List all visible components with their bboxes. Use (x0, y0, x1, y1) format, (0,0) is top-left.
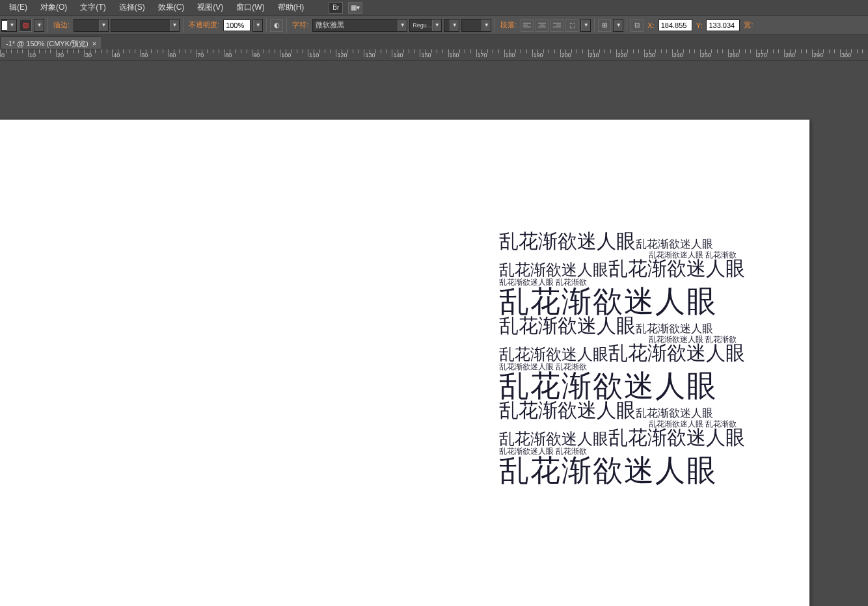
x-input[interactable]: 184.855 (658, 20, 692, 31)
menu-effect[interactable]: 效果(C) (152, 2, 191, 13)
art-text[interactable]: 乱花渐欲迷人眼 (636, 323, 713, 334)
globe-icon[interactable]: ◐ (270, 19, 283, 32)
fill-swatch[interactable]: ▼ (1, 19, 17, 32)
y-label: Y: (694, 21, 705, 29)
opacity-input[interactable]: 100% (223, 20, 251, 31)
art-text[interactable]: 乱花渐欲迷人眼 (499, 316, 636, 336)
art-text[interactable]: 乱花渐欲迷人眼 (499, 286, 718, 316)
stroke-width[interactable]: ▼ (74, 19, 109, 32)
art-text[interactable]: 乱花渐欲迷人眼 (636, 239, 713, 250)
font-size[interactable]: ▼ (444, 19, 459, 32)
art-text[interactable]: 乱花渐欲迷人眼 (499, 371, 718, 401)
x-label: X: (645, 21, 656, 29)
art-text[interactable]: 乱花渐欲迷人眼 (499, 231, 636, 251)
fill-drop[interactable]: ▼ (34, 19, 44, 32)
font-family[interactable]: 微软雅黑▼ (312, 19, 407, 32)
stroke-label: 描边: (51, 20, 72, 30)
char-label: 字符: (290, 20, 310, 30)
art-text[interactable]: 乱花渐欲迷人眼 (608, 259, 745, 278)
menu-help[interactable]: 帮助(H) (271, 2, 311, 13)
stroke-type[interactable]: ▼ (111, 19, 180, 32)
menu-object[interactable]: 对象(O) (34, 2, 74, 13)
bridge-icon[interactable]: Br (329, 2, 343, 14)
layout-icon[interactable]: ▦▾ (348, 2, 362, 14)
menu-text[interactable]: 文字(T) (74, 2, 112, 13)
w-label: 宽: (742, 20, 755, 30)
close-icon[interactable]: × (92, 40, 96, 47)
anchor-icon[interactable]: ⊡ (631, 19, 644, 32)
art-text[interactable]: 乱花渐欲迷人眼 (608, 343, 745, 363)
art-text[interactable]: 乱花渐欲迷人眼 (499, 262, 608, 278)
no-fill-icon[interactable]: ▧ (19, 19, 32, 32)
menu-view[interactable]: 视图(V) (191, 2, 230, 13)
transform-drop[interactable]: ▼ (613, 19, 623, 32)
align-left-icon[interactable] (521, 19, 534, 32)
para-label: 段落: (498, 20, 519, 30)
ruler-horizontal[interactable]: 0102030405060708090100110120130140150160… (0, 49, 868, 61)
artboard[interactable]: 乱花渐欲迷人眼乱花渐欲迷人眼 乱花渐欲迷人眼 乱花渐欲 乱花渐欲迷人眼乱花渐欲迷… (0, 120, 809, 606)
tab-title: -1* @ 150% (CMYK/预览) (6, 39, 88, 49)
art-text[interactable]: 乱花渐欲迷人眼 (499, 431, 608, 447)
control-bar: ▼ ▧ ▼ 描边: ▼ ▼ 不透明度: 100% ▼ ◐ 字符: 微软雅黑▼ R… (0, 16, 868, 35)
text-art-group[interactable]: 乱花渐欲迷人眼乱花渐欲迷人眼 乱花渐欲迷人眼 乱花渐欲 乱花渐欲迷人眼乱花渐欲迷… (499, 231, 737, 485)
art-text[interactable]: 乱花渐欲迷人眼 (608, 428, 745, 447)
transform-icon[interactable]: ⊞ (598, 19, 611, 32)
menu-bar: 辑(E) 对象(O) 文字(T) 选择(S) 效果(C) 视图(V) 窗口(W)… (0, 0, 868, 16)
canvas-area[interactable]: 乱花渐欲迷人眼乱花渐欲迷人眼 乱花渐欲迷人眼 乱花渐欲 乱花渐欲迷人眼乱花渐欲迷… (0, 61, 868, 606)
menu-edit[interactable]: 辑(E) (3, 2, 34, 13)
tab-bar: -1* @ 150% (CMYK/预览) × (0, 35, 868, 49)
opacity-label: 不透明度: (187, 20, 221, 30)
art-text[interactable]: 乱花渐欲迷人眼 (636, 408, 713, 419)
align-right-icon[interactable] (550, 19, 563, 32)
art-text[interactable]: 乱花渐欲迷人眼 (499, 455, 718, 485)
art-text[interactable]: 乱花渐欲迷人眼 (499, 401, 636, 420)
menu-select[interactable]: 选择(S) (113, 2, 152, 13)
perspective-drop[interactable]: ▼ (580, 19, 591, 32)
opacity-drop[interactable]: ▼ (252, 19, 263, 32)
document-tab[interactable]: -1* @ 150% (CMYK/预览) × (0, 36, 102, 49)
y-input[interactable]: 133.034 (706, 20, 740, 31)
font-style[interactable]: Regu…▼ (409, 19, 442, 32)
art-text[interactable]: 乱花渐欲迷人眼 (499, 347, 608, 362)
font-size2[interactable]: ▼ (461, 19, 491, 32)
align-center-icon[interactable] (536, 19, 549, 32)
menu-window[interactable]: 窗口(W) (230, 2, 271, 13)
perspective-icon[interactable]: ⬚ (565, 19, 578, 32)
